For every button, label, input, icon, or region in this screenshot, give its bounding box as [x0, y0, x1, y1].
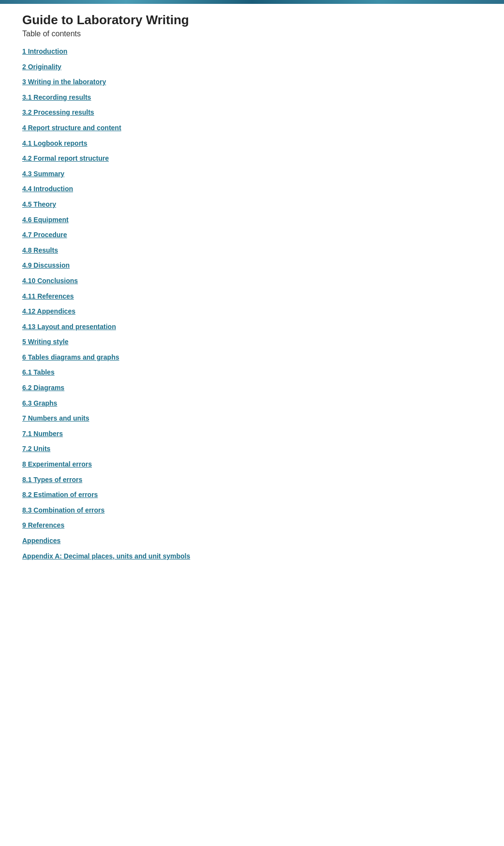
list-item: 4.3 Summary — [22, 166, 482, 182]
list-item: 8.2 Estimation of errors — [22, 487, 482, 503]
toc-link-toc-4-10[interactable]: 4.10 Conclusions — [22, 273, 482, 289]
list-item: 5 Writing style — [22, 334, 482, 350]
toc-link-toc-app-a[interactable]: Appendix A: Decimal places, units and un… — [22, 549, 482, 564]
toc-link-toc-1[interactable]: 1 Introduction — [22, 44, 482, 60]
list-item: 8.1 Types of errors — [22, 472, 482, 488]
list-item: 7.2 Units — [22, 441, 482, 457]
list-item: 4.5 Theory — [22, 197, 482, 212]
list-item: 4.1 Logbook reports — [22, 136, 482, 151]
toc-link-toc-7-2[interactable]: 7.2 Units — [22, 441, 482, 457]
list-item: 6.1 Tables — [22, 365, 482, 380]
toc-link-toc-4-6[interactable]: 4.6 Equipment — [22, 212, 482, 228]
list-item: 7 Numbers and units — [22, 411, 482, 426]
toc-link-toc-6-3[interactable]: 6.3 Graphs — [22, 396, 482, 411]
list-item: 8 Experimental errors — [22, 457, 482, 472]
toc-link-toc-7[interactable]: 7 Numbers and units — [22, 411, 482, 426]
toc-link-toc-4-7[interactable]: 4.7 Procedure — [22, 227, 482, 243]
toc-link-toc-8-3[interactable]: 8.3 Combination of errors — [22, 503, 482, 518]
list-item: 4.9 Discussion — [22, 258, 482, 273]
list-item: 4.7 Procedure — [22, 227, 482, 243]
toc-heading: Table of contents — [22, 30, 482, 38]
list-item: 6.2 Diagrams — [22, 380, 482, 396]
toc-link-toc-4-3[interactable]: 4.3 Summary — [22, 166, 482, 182]
list-item: 4.8 Results — [22, 243, 482, 258]
list-item: 8.3 Combination of errors — [22, 503, 482, 518]
toc-link-toc-app[interactable]: Appendices — [22, 533, 482, 549]
toc-link-toc-6-1[interactable]: 6.1 Tables — [22, 365, 482, 380]
list-item: Appendix A: Decimal places, units and un… — [22, 549, 482, 564]
toc-link-toc-4-9[interactable]: 4.9 Discussion — [22, 258, 482, 273]
list-item: 4.10 Conclusions — [22, 273, 482, 289]
toc-link-toc-4-1[interactable]: 4.1 Logbook reports — [22, 136, 482, 151]
toc-link-toc-4[interactable]: 4 Report structure and content — [22, 121, 482, 136]
toc-link-toc-4-13[interactable]: 4.13 Layout and presentation — [22, 319, 482, 335]
header-banner — [0, 0, 504, 4]
list-item: 6 Tables diagrams and graphs — [22, 350, 482, 365]
toc-link-toc-8-2[interactable]: 8.2 Estimation of errors — [22, 487, 482, 503]
toc-link-toc-6-2[interactable]: 6.2 Diagrams — [22, 380, 482, 396]
list-item: 4.12 Appendices — [22, 304, 482, 319]
toc-link-toc-2[interactable]: 2 Originality — [22, 60, 482, 75]
toc-link-toc-3-1[interactable]: 3.1 Recording results — [22, 90, 482, 106]
toc-link-toc-4-2[interactable]: 4.2 Formal report structure — [22, 151, 482, 166]
toc-link-toc-4-12[interactable]: 4.12 Appendices — [22, 304, 482, 319]
list-item: 7.1 Numbers — [22, 426, 482, 442]
toc-link-toc-9[interactable]: 9 References — [22, 518, 482, 533]
list-item: 1 Introduction — [22, 44, 482, 60]
toc-link-toc-4-4[interactable]: 4.4 Introduction — [22, 181, 482, 197]
list-item: 4.13 Layout and presentation — [22, 319, 482, 335]
toc-link-toc-4-5[interactable]: 4.5 Theory — [22, 197, 482, 212]
list-item: 4.4 Introduction — [22, 181, 482, 197]
page-content: Guide to Laboratory Writing Table of con… — [0, 4, 504, 578]
toc-link-toc-3[interactable]: 3 Writing in the laboratory — [22, 75, 482, 90]
list-item: 4 Report structure and content — [22, 121, 482, 136]
toc-link-toc-4-8[interactable]: 4.8 Results — [22, 243, 482, 258]
toc-list: 1 Introduction2 Originality3 Writing in … — [22, 44, 482, 564]
toc-link-toc-8[interactable]: 8 Experimental errors — [22, 457, 482, 472]
toc-link-toc-6[interactable]: 6 Tables diagrams and graphs — [22, 350, 482, 365]
toc-link-toc-7-1[interactable]: 7.1 Numbers — [22, 426, 482, 442]
list-item: 3.1 Recording results — [22, 90, 482, 106]
list-item: 3.2 Processing results — [22, 105, 482, 121]
list-item: Appendices — [22, 533, 482, 549]
page-title: Guide to Laboratory Writing — [22, 13, 482, 28]
list-item: 6.3 Graphs — [22, 396, 482, 411]
list-item: 4.2 Formal report structure — [22, 151, 482, 166]
list-item: 4.11 References — [22, 289, 482, 304]
list-item: 3 Writing in the laboratory — [22, 75, 482, 90]
list-item: 2 Originality — [22, 60, 482, 75]
toc-link-toc-8-1[interactable]: 8.1 Types of errors — [22, 472, 482, 488]
toc-link-toc-5[interactable]: 5 Writing style — [22, 334, 482, 350]
list-item: 9 References — [22, 518, 482, 533]
toc-link-toc-3-2[interactable]: 3.2 Processing results — [22, 105, 482, 121]
toc-link-toc-4-11[interactable]: 4.11 References — [22, 289, 482, 304]
list-item: 4.6 Equipment — [22, 212, 482, 228]
